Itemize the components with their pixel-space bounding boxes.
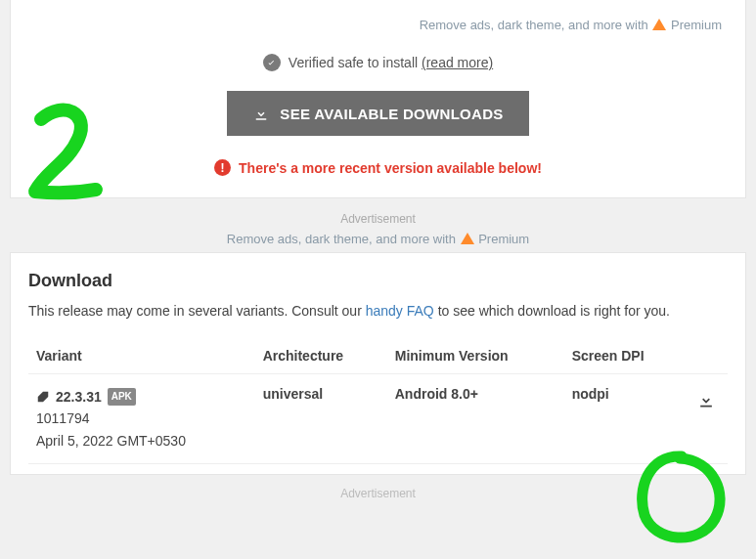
newer-version-link[interactable]: There's a more recent version available … xyxy=(239,160,542,176)
app-info-card: Remove ads, dark theme, and more with Pr… xyxy=(10,0,746,198)
download-icon xyxy=(252,105,270,122)
verified-text: Verified safe to install (read more) xyxy=(289,55,493,70)
variants-table: Variant Architecture Minimum Version Scr… xyxy=(28,338,728,464)
table-row: 22.3.31 APK 1011794 April 5, 2022 GMT+05… xyxy=(28,374,728,464)
ad-slot: Advertisement Remove ads, dark theme, an… xyxy=(0,198,756,252)
variant-version: 22.3.31 xyxy=(56,386,102,408)
ad-label: Advertisement xyxy=(0,212,756,226)
exclamation-icon: ! xyxy=(214,159,231,176)
col-architecture: Architecture xyxy=(255,338,387,374)
download-description: This release may come in several variant… xyxy=(28,303,728,319)
verified-badge-row: Verified safe to install (read more) xyxy=(28,54,728,71)
apk-badge: APK xyxy=(108,388,136,406)
premium-promo-link[interactable]: Remove ads, dark theme, and more with Pr… xyxy=(420,18,722,32)
min-version-cell: Android 8.0+ xyxy=(387,374,564,464)
variant-cell: 22.3.31 APK 1011794 April 5, 2022 GMT+05… xyxy=(28,374,255,464)
screen-dpi-cell: nodpi xyxy=(564,374,685,464)
premium-logo-icon xyxy=(461,233,474,244)
premium-promo-text: Remove ads, dark theme, and more with xyxy=(420,18,652,32)
footer-ad-label: Advertisement xyxy=(0,475,756,500)
col-screen-dpi: Screen DPI xyxy=(564,338,685,374)
premium-logo-icon xyxy=(652,19,666,30)
col-min-version: Minimum Version xyxy=(387,338,564,374)
check-circle-icon xyxy=(263,54,281,71)
ad-premium-link[interactable]: Remove ads, dark theme, and more with Pr… xyxy=(227,232,529,246)
download-btn-label: SEE AVAILABLE DOWNLOADS xyxy=(280,106,503,122)
col-variant: Variant xyxy=(28,338,255,374)
table-header-row: Variant Architecture Minimum Version Scr… xyxy=(28,338,728,374)
variant-date: April 5, 2022 GMT+0530 xyxy=(36,430,247,452)
architecture-cell: universal xyxy=(255,374,387,464)
verified-read-more-link[interactable]: (read more) xyxy=(422,55,493,70)
tag-icon xyxy=(36,390,50,404)
newer-version-warning: ! There's a more recent version availabl… xyxy=(28,159,728,176)
download-action-cell xyxy=(685,374,728,464)
ad-premium-promo: Remove ads, dark theme, and more with Pr… xyxy=(0,232,756,246)
download-variants-card: Download This release may come in severa… xyxy=(10,252,746,475)
handy-faq-link[interactable]: handy FAQ xyxy=(366,303,434,319)
premium-word: Premium xyxy=(671,18,722,32)
download-icon xyxy=(696,390,716,409)
premium-promo: Remove ads, dark theme, and more with Pr… xyxy=(28,18,728,32)
see-available-downloads-button[interactable]: SEE AVAILABLE DOWNLOADS xyxy=(227,91,528,136)
download-heading: Download xyxy=(28,271,728,291)
download-variant-button[interactable] xyxy=(692,386,720,416)
variant-build-id: 1011794 xyxy=(36,408,247,429)
